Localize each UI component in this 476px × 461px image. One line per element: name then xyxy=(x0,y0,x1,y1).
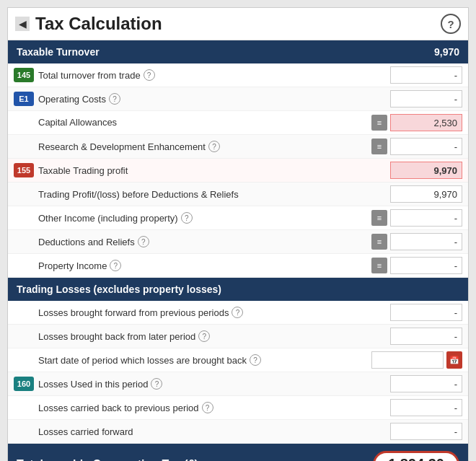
tax-calculation-panel: ◀ Tax Calculation ? Taxable Turnover 9,9… xyxy=(7,7,469,461)
row-property-income: Property Income ? ≡ - xyxy=(8,254,468,278)
label-losses-carried-forward: Losses carried forward xyxy=(38,426,390,437)
label-capital-allowances: Capital Allowances ? xyxy=(38,117,371,129)
controls-losses-carried-back: - xyxy=(390,399,462,416)
row-trading-profit-loss: Trading Profit/(loss) before Deductions … xyxy=(8,183,468,206)
label-total-turnover: Total turnover from trade ? xyxy=(38,69,390,81)
question-icon-total-turnover[interactable]: ? xyxy=(144,69,155,81)
controls-losses-carried-forward: - xyxy=(390,423,462,440)
row-total-turnover: 145 Total turnover from trade ? - xyxy=(8,63,468,87)
controls-start-date: 📅 xyxy=(371,351,462,369)
question-icon-other-income[interactable]: ? xyxy=(181,212,193,224)
controls-losses-brought-forward-prev: - xyxy=(390,304,462,321)
title-wrapper: ◀ Tax Calculation xyxy=(15,14,162,34)
badge-145: 145 xyxy=(14,68,34,82)
footer-value: 1,894.30 xyxy=(388,456,444,461)
question-icon-start-date[interactable]: ? xyxy=(250,354,261,366)
value-capital-allowances[interactable]: 2,530 xyxy=(390,114,462,131)
page-header: ◀ Tax Calculation ? xyxy=(8,8,468,40)
input-start-date[interactable] xyxy=(371,351,444,369)
page-title: Tax Calculation xyxy=(35,14,162,34)
label-losses-carried-back: Losses carried back to previous period ? xyxy=(38,402,390,413)
help-icon[interactable]: ? xyxy=(441,14,461,34)
value-trading-profit-loss[interactable]: 9,970 xyxy=(390,185,462,203)
taxable-turnover-header: Taxable Turnover 9,970 xyxy=(8,40,468,63)
row-capital-allowances: Capital Allowances ? ≡ 2,530 xyxy=(8,111,468,135)
question-icon-property[interactable]: ? xyxy=(110,260,121,271)
calc-icon-capital-allowances[interactable]: ≡ xyxy=(371,115,387,131)
footer-value-wrapper: 1,894.30 xyxy=(373,451,459,461)
controls-losses-brought-back: - xyxy=(390,328,462,345)
row-other-income: Other Income (including property) ? ≡ - xyxy=(8,206,468,230)
badge-155: 155 xyxy=(14,163,34,177)
question-icon-losses-back[interactable]: ? xyxy=(198,330,210,342)
label-operating-costs: Operating Costs ? xyxy=(38,93,390,105)
value-losses-used[interactable]: - xyxy=(390,375,462,392)
controls-operating-costs: - xyxy=(390,90,462,107)
question-icon-losses-carried-back[interactable]: ? xyxy=(202,402,213,413)
value-losses-carried-back[interactable]: - xyxy=(390,399,462,416)
value-total-turnover[interactable]: - xyxy=(390,66,462,84)
question-icon-capital-allowances[interactable]: ? xyxy=(120,117,131,128)
calc-icon-other-income[interactable]: ≡ xyxy=(371,210,387,226)
controls-capital-allowances: ≡ 2,530 xyxy=(371,114,462,131)
controls-taxable-trading-profit: 9,970 xyxy=(390,162,462,179)
controls-rd-enhancement: ≡ - xyxy=(371,138,462,155)
row-losses-carried-back: Losses carried back to previous period ?… xyxy=(8,396,468,420)
controls-losses-used: - xyxy=(390,375,462,392)
trading-losses-label: Trading Losses (excludes property losses… xyxy=(17,284,221,295)
label-property-income: Property Income ? xyxy=(38,260,371,271)
controls-trading-profit-loss: 9,970 xyxy=(390,185,462,203)
label-losses-brought-back: Losses brought back from later period ? xyxy=(38,330,390,342)
question-icon-operating-costs[interactable]: ? xyxy=(109,93,120,105)
taxable-turnover-value: 9,970 xyxy=(434,46,459,58)
label-start-date: Start date of period which losses are br… xyxy=(38,354,371,366)
controls-property-income: ≡ - xyxy=(371,257,462,274)
value-deductions-reliefs[interactable]: - xyxy=(390,233,462,250)
row-losses-used: 160 Losses Used in this period ? - xyxy=(8,372,468,396)
value-rd-enhancement[interactable]: - xyxy=(390,138,462,155)
label-rd-enhancement: Research & Development Enhancement ? xyxy=(38,141,371,152)
calendar-icon-start-date[interactable]: 📅 xyxy=(446,351,462,369)
row-losses-brought-back: Losses brought back from later period ? … xyxy=(8,325,468,348)
label-deductions-reliefs: Deductions and Reliefs ? xyxy=(38,236,371,247)
label-trading-profit-loss: Trading Profit/(loss) before Deductions … xyxy=(38,189,390,200)
calc-icon-rd[interactable]: ≡ xyxy=(371,139,387,154)
value-losses-carried-forward[interactable]: - xyxy=(390,423,462,440)
row-operating-costs: E1 Operating Costs ? - xyxy=(8,87,468,111)
value-other-income[interactable]: - xyxy=(390,209,462,227)
badge-e1: E1 xyxy=(14,92,34,106)
footer: Total payable Corporation Tax (£) 1,894.… xyxy=(8,444,468,461)
value-property-income[interactable]: - xyxy=(390,257,462,274)
calc-icon-deductions[interactable]: ≡ xyxy=(371,234,387,250)
value-taxable-trading-profit[interactable]: 9,970 xyxy=(390,162,462,179)
question-icon-losses-used[interactable]: ? xyxy=(151,378,162,390)
row-losses-brought-forward-prev: Losses brought forward from previous per… xyxy=(8,301,468,325)
value-operating-costs[interactable]: - xyxy=(390,90,462,107)
label-losses-brought-forward-prev: Losses brought forward from previous per… xyxy=(38,307,390,318)
back-button[interactable]: ◀ xyxy=(15,17,30,31)
badge-160: 160 xyxy=(14,377,34,391)
label-taxable-trading-profit: Taxable Trading profit xyxy=(38,165,390,176)
question-icon-deductions[interactable]: ? xyxy=(138,236,149,247)
label-other-income: Other Income (including property) ? xyxy=(38,212,371,224)
question-icon-losses-fwd[interactable]: ? xyxy=(232,307,243,318)
value-losses-brought-back[interactable]: - xyxy=(390,328,462,345)
calc-icon-property[interactable]: ≡ xyxy=(371,258,387,273)
row-taxable-trading-profit: 155 Taxable Trading profit 9,970 xyxy=(8,159,468,183)
value-losses-brought-forward-prev[interactable]: - xyxy=(390,304,462,321)
row-rd-enhancement: Research & Development Enhancement ? ≡ - xyxy=(8,135,468,159)
label-losses-used: Losses Used in this period ? xyxy=(38,378,390,390)
trading-losses-header: Trading Losses (excludes property losses… xyxy=(8,278,468,301)
footer-label: Total payable Corporation Tax (£) xyxy=(17,458,198,462)
taxable-turnover-label: Taxable Turnover xyxy=(17,46,100,58)
highlighted-label-taxable-trading: Taxable Trading profit xyxy=(38,165,128,176)
controls-other-income: ≡ - xyxy=(371,209,462,227)
question-icon-rd[interactable]: ? xyxy=(208,141,220,152)
controls-deductions-reliefs: ≡ - xyxy=(371,233,462,250)
row-losses-carried-forward: Losses carried forward - xyxy=(8,420,468,444)
row-start-date: Start date of period which losses are br… xyxy=(8,348,468,372)
row-deductions-reliefs: Deductions and Reliefs ? ≡ - xyxy=(8,230,468,254)
highlighted-label-capital-allowances: Capital Allowances ? xyxy=(38,117,131,129)
controls-total-turnover: - xyxy=(390,66,462,84)
